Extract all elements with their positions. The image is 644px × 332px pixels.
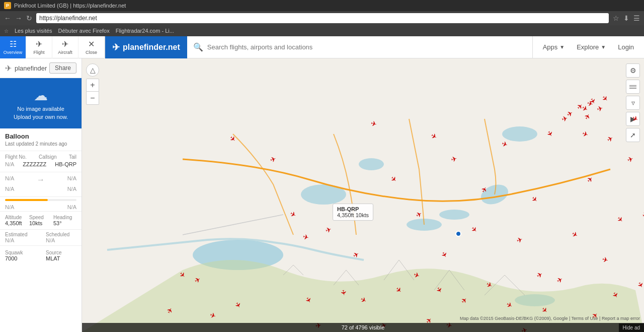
bookmark-flightradar[interactable]: Flightradar24.com - Li...: [116, 28, 174, 34]
menu-icon[interactable]: ☰: [633, 14, 640, 22]
est-sched-section: Estimated N/A Scheduled N/A: [0, 230, 82, 246]
map-container[interactable]: ✈✈✈✈✈✈✈✈✈✈✈✈✈✈✈✈✈✈✈✈✈✈✈✈✈✈✈✈✈✈✈✈✈✈✈✈✈✈✈✈…: [82, 58, 644, 332]
browser-titlebar: P Pinkfroot Limited (GB) | https://plane…: [0, 0, 644, 11]
source-value: MLAT: [46, 255, 76, 261]
arrow-icon: →: [37, 175, 45, 184]
settings-tool-btn[interactable]: ⚙: [626, 63, 640, 78]
flight-detail-row: N/A N/A: [0, 203, 82, 212]
aircraft-tool-btn[interactable]: ✈ Aircraft: [52, 36, 78, 58]
close-label: Close: [86, 50, 97, 55]
aircraft-info-section: Balloon Last updated 2 minutes ago: [0, 128, 82, 151]
dep-time: N/A: [5, 186, 14, 192]
close-icon: ✕: [88, 39, 95, 49]
tooltip-info: 4,350ft 10kts: [337, 212, 369, 218]
close-tool-btn[interactable]: ✕ Close: [78, 36, 105, 58]
speed-value: 10kts: [29, 220, 52, 226]
source-label: Source: [46, 250, 76, 255]
svg-point-5: [439, 210, 469, 220]
overview-icon: ☷: [10, 39, 17, 49]
scheduled-label: Scheduled: [46, 232, 76, 237]
panel-header: ✈ planefinder Share: [0, 58, 82, 78]
map-attribution: Map data ©2015 GeoBasis-DE/BKG (©2009), …: [460, 316, 640, 321]
route-section: N/A → N/A N/A N/A: [0, 172, 82, 197]
browser-tab-label: Pinkfroot Limited (GB) | https://planefi…: [14, 3, 126, 9]
forward-btn[interactable]: →: [15, 14, 22, 22]
nav-right: Apps ▼ Explore ▼ Login: [533, 36, 644, 58]
reload-btn[interactable]: ↻: [26, 14, 32, 22]
tail-value: HB-QRP: [55, 161, 76, 167]
tail-label: Tail: [69, 154, 76, 160]
bookmark-les-plus[interactable]: Les plus visités: [15, 28, 52, 34]
heading-label: Heading: [53, 215, 76, 220]
map-tools-left: △ + −: [86, 63, 99, 105]
no-image-subtitle: Upload your own now.: [14, 114, 68, 120]
apps-label: Apps: [543, 43, 558, 51]
origin-value: N/A: [5, 175, 14, 184]
hide-ad-btn[interactable]: Hide ad: [619, 323, 644, 332]
share-button[interactable]: Share: [49, 62, 76, 74]
app-navbar: ☷ Overview ✈ Flight ✈ Aircraft ✕ Close ✈…: [0, 36, 644, 58]
flight-label: Flight: [33, 50, 44, 55]
estimated-value: N/A: [5, 237, 36, 243]
no-image-cloud-icon: ☁: [34, 87, 48, 104]
zoom-in-btn[interactable]: +: [86, 79, 99, 92]
browser-bookmarks: ☆ Les plus visités Débuter avec Firefox …: [0, 25, 644, 36]
status-text: 72 of 4796 visible: [342, 324, 385, 330]
layers-tool-btn[interactable]: [626, 80, 640, 94]
brand-plane-icon: ✈: [112, 42, 120, 53]
search-bar: 🔍: [187, 36, 533, 58]
flight-no-value: N/A: [5, 161, 14, 167]
svg-point-6: [502, 126, 537, 142]
panel-plane-icon: ✈: [5, 63, 12, 73]
explore-label: Explore: [577, 43, 599, 51]
nav-tools: ☷ Overview ✈ Flight ✈ Aircraft ✕ Close: [0, 36, 105, 58]
zoom-out-btn[interactable]: −: [86, 92, 99, 105]
search-input[interactable]: [207, 43, 526, 51]
downloads-icon[interactable]: ⬇: [623, 14, 629, 22]
overview-tool-btn[interactable]: ☷ Overview: [0, 36, 26, 58]
balloon-marker[interactable]: [455, 231, 461, 237]
overview-label: Overview: [4, 50, 23, 55]
aircraft-icon: ✈: [62, 39, 68, 49]
last-updated: Last updated 2 minutes ago: [5, 141, 76, 147]
apps-btn[interactable]: Apps ▼: [537, 41, 571, 53]
flight-no-label: Flight No.: [5, 154, 27, 160]
squawk-label: Squawk: [5, 250, 36, 255]
aircraft-label: Aircraft: [58, 50, 72, 55]
compass[interactable]: △: [86, 63, 99, 77]
status-bar: 72 of 4796 visible: [82, 323, 644, 332]
filter-tool-btn[interactable]: ▿: [626, 96, 640, 110]
url-input[interactable]: [36, 13, 609, 23]
brand-name: planefinder.net: [123, 43, 180, 52]
detail-right: N/A: [67, 204, 76, 210]
back-btn[interactable]: ←: [4, 14, 11, 22]
altitude-speed-heading-section: Altitude 4,350ft Speed 10kts Heading 53°: [0, 212, 82, 230]
dest-value: N/A: [67, 175, 76, 184]
svg-point-3: [359, 158, 384, 170]
login-btn[interactable]: Login: [612, 41, 640, 53]
aircraft-image-section: ☁ No image available Upload your own now…: [0, 78, 82, 128]
flight-callsign-tail-section: Flight No. Callsign Tail N/A ZZZZZZZ HB-…: [0, 151, 82, 172]
map-svg: [82, 58, 644, 332]
explore-chevron-icon: ▼: [601, 44, 606, 50]
explore-btn[interactable]: Explore ▼: [571, 41, 612, 53]
progress-bar: [5, 199, 76, 201]
bookmark-star[interactable]: ☆: [613, 14, 619, 22]
aircraft-tooltip: HB-QRP 4,350ft 10kts: [333, 204, 373, 221]
panel-brand: ✈ planefinder: [5, 63, 47, 73]
progress-fill: [5, 199, 48, 201]
brand-logo: ✈ planefinder.net: [105, 36, 187, 58]
panel-brand-name: planefinder: [15, 64, 47, 72]
browser-url-bar: ← → ↻ ☆ ⬇ ☰: [0, 11, 644, 25]
altitude-label: Altitude: [5, 215, 28, 220]
browser-favicon: P: [4, 2, 11, 9]
estimated-label: Estimated: [5, 232, 36, 237]
bookmark-firefox[interactable]: Débuter avec Firefox: [58, 28, 110, 34]
tooltip-callsign: HB-QRP: [337, 206, 369, 212]
detail-left: N/A: [5, 204, 14, 210]
expand-tool-btn[interactable]: ➚: [626, 128, 640, 142]
arr-time: N/A: [67, 186, 76, 192]
speed-label: Speed: [29, 215, 52, 220]
login-label: Login: [618, 43, 634, 51]
flight-tool-btn[interactable]: ✈ Flight: [26, 36, 52, 58]
